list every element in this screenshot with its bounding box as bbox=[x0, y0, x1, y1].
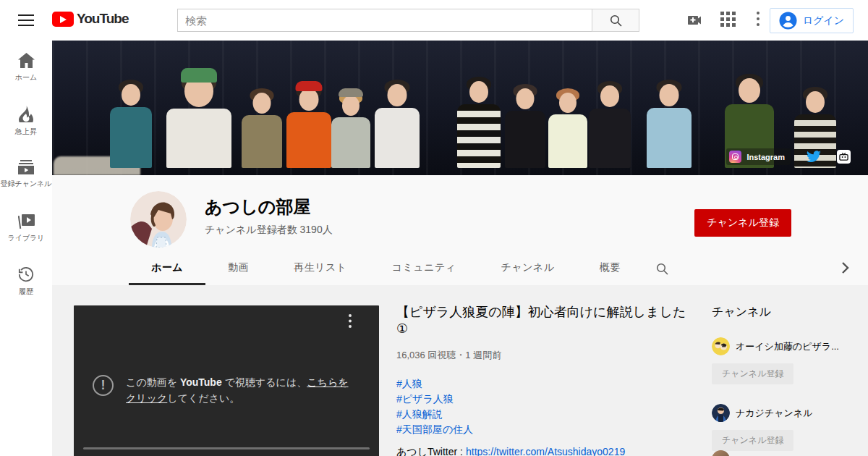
channel-header: あつしの部屋 チャンネル登録者数 3190人 チャンネル登録 ホーム 動画 再生… bbox=[52, 175, 868, 285]
tab-videos[interactable]: 動画 bbox=[205, 252, 271, 285]
search-icon bbox=[610, 14, 622, 27]
top-bar: YouTube ログイン bbox=[0, 0, 868, 41]
apps-button[interactable] bbox=[720, 12, 738, 29]
hashtag-list: #人狼 #ピザラ人狼 #人狼解説 #天国部屋の住人 bbox=[396, 376, 694, 437]
channel-thumbnail bbox=[712, 337, 730, 355]
banner-social-links: Instagram bbox=[726, 148, 851, 165]
watch-on-youtube-link-2[interactable]: クリック bbox=[126, 392, 167, 404]
home-icon bbox=[18, 53, 35, 68]
more-options-button[interactable] bbox=[757, 12, 765, 29]
tab-channels[interactable]: チャンネル bbox=[479, 252, 577, 285]
channel-thumbnail bbox=[712, 450, 730, 456]
banner-person bbox=[505, 87, 545, 168]
library-icon bbox=[18, 214, 35, 229]
banner-person bbox=[589, 84, 631, 168]
search-input[interactable] bbox=[177, 9, 592, 32]
message-suffix: してください。 bbox=[167, 392, 239, 404]
video-description: あつしTwitter :https://twitter.com/Atsushid… bbox=[396, 446, 625, 456]
hashtag-link[interactable]: #ピザラ人狼 bbox=[396, 392, 694, 407]
related-subscribe-button[interactable]: チャンネル登録 bbox=[712, 363, 793, 384]
banner-person bbox=[286, 87, 331, 168]
left-sidebar: ホーム 急上昇 登録チャンネル ライブラリ 履歴 bbox=[0, 41, 52, 456]
upload-video-button[interactable] bbox=[686, 12, 703, 29]
menu-button[interactable] bbox=[12, 12, 41, 29]
related-channel-link[interactable]: ナカジチャンネル bbox=[712, 404, 860, 422]
sidebar-item-trending[interactable]: 急上昇 bbox=[0, 94, 52, 148]
hamburger-icon bbox=[18, 14, 34, 26]
subscriber-count: チャンネル登録者数 3190人 bbox=[205, 224, 333, 237]
banner-person bbox=[331, 94, 370, 168]
sidebar-item-subscriptions[interactable]: 登録チャンネル bbox=[0, 148, 52, 201]
chevron-right-icon bbox=[838, 261, 852, 275]
video-info: 【ピザラ人狼夏の陣】初心者向けに解説しました① 16,036 回視聴・1 週間前… bbox=[396, 304, 694, 437]
video-title[interactable]: 【ピザラ人狼夏の陣】初心者向けに解説しました① bbox=[396, 304, 694, 338]
error-icon: ! bbox=[93, 375, 114, 396]
hashtag-link[interactable]: #人狼 bbox=[396, 376, 694, 392]
tab-about[interactable]: 概要 bbox=[577, 252, 643, 285]
banner-person bbox=[110, 83, 152, 168]
related-channels: チャンネル オーイシ加藤のピザラ... チャンネル登録 ナカジチャンネル チャン… bbox=[712, 305, 860, 451]
sidebar-item-library[interactable]: ライブラリ bbox=[0, 201, 52, 255]
instagram-link[interactable]: Instagram bbox=[726, 148, 791, 165]
niconico-icon[interactable] bbox=[837, 150, 851, 164]
history-icon bbox=[18, 266, 34, 282]
tab-home[interactable]: ホーム bbox=[129, 252, 205, 285]
trending-icon bbox=[19, 106, 33, 122]
subscriptions-icon bbox=[18, 160, 34, 174]
twitter-link[interactable]: https://twitter.com/Atsushidayo0219 bbox=[466, 446, 625, 456]
banner-person bbox=[166, 74, 231, 168]
description-label: あつしTwitter : bbox=[396, 446, 463, 456]
subscribe-button[interactable]: チャンネル登録 bbox=[694, 209, 791, 237]
related-channel-link[interactable]: オーイシ加藤のピザラ... bbox=[712, 337, 860, 355]
channel-avatar[interactable] bbox=[130, 191, 187, 248]
channel-search-button[interactable] bbox=[643, 252, 681, 285]
tab-playlists[interactable]: 再生リスト bbox=[271, 252, 369, 285]
instagram-label: Instagram bbox=[746, 153, 785, 161]
player-kebab-icon bbox=[349, 314, 352, 328]
banner-person bbox=[375, 83, 420, 168]
player-menu-button[interactable] bbox=[349, 314, 363, 332]
tab-community[interactable]: コミュニティ bbox=[370, 252, 479, 285]
related-channel-name: オーイシ加藤のピザラ... bbox=[736, 340, 839, 353]
hashtag-link[interactable]: #天国部屋の住人 bbox=[396, 422, 694, 437]
video-camera-icon bbox=[686, 12, 703, 29]
related-channel-item: オーイシ加藤のピザラ... チャンネル登録 bbox=[712, 337, 860, 384]
channel-thumbnail bbox=[712, 404, 730, 422]
channel-tabs: ホーム 動画 再生リスト コミュニティ チャンネル 概要 bbox=[129, 252, 868, 285]
twitter-icon[interactable] bbox=[807, 151, 821, 163]
channel-banner: Instagram bbox=[52, 41, 868, 175]
channel-search-icon bbox=[656, 263, 668, 275]
watch-on-youtube-link[interactable]: こちらを bbox=[307, 376, 348, 388]
hashtag-link[interactable]: #人狼解説 bbox=[396, 407, 694, 422]
related-channel-name: ナカジチャンネル bbox=[736, 407, 812, 420]
message-mid: で視聴するには、 bbox=[222, 376, 307, 388]
tabs-overflow-button[interactable] bbox=[838, 261, 855, 278]
person-icon bbox=[779, 12, 797, 30]
message-prefix: この動画を bbox=[126, 376, 180, 388]
sidebar-item-history[interactable]: 履歴 bbox=[0, 255, 52, 308]
player-progress-bar[interactable] bbox=[83, 447, 370, 449]
instagram-icon bbox=[729, 151, 741, 163]
login-label: ログイン bbox=[803, 14, 844, 28]
banner-person bbox=[457, 80, 501, 168]
search-form bbox=[177, 9, 639, 32]
sidebar-item-home[interactable]: ホーム bbox=[0, 41, 52, 94]
related-channel-item: ナカジチャンネル チャンネル登録 bbox=[712, 404, 860, 451]
player-error-message: ! この動画を YouTube で視聴するには、こちらをクリックしてください。 bbox=[93, 375, 349, 406]
video-meta: 16,036 回視聴・1 週間前 bbox=[396, 349, 694, 362]
channel-name: あつしの部屋 bbox=[205, 195, 310, 219]
kebab-icon bbox=[757, 12, 760, 26]
related-subscribe-button[interactable]: チャンネル登録 bbox=[712, 430, 793, 451]
search-button[interactable] bbox=[592, 9, 639, 32]
youtube-play-icon bbox=[52, 12, 74, 27]
banner-person bbox=[548, 91, 587, 168]
apps-grid-icon bbox=[720, 12, 736, 28]
related-heading: チャンネル bbox=[712, 305, 860, 320]
youtube-logo[interactable]: YouTube bbox=[52, 11, 128, 27]
login-button[interactable]: ログイン bbox=[770, 8, 854, 33]
video-player[interactable]: ! この動画を YouTube で視聴するには、こちらをクリックしてください。 bbox=[74, 305, 379, 456]
message-brand: YouTube bbox=[180, 376, 222, 388]
banner-person bbox=[242, 91, 282, 168]
logo-wordmark: YouTube bbox=[77, 11, 128, 27]
banner-person bbox=[647, 83, 692, 168]
